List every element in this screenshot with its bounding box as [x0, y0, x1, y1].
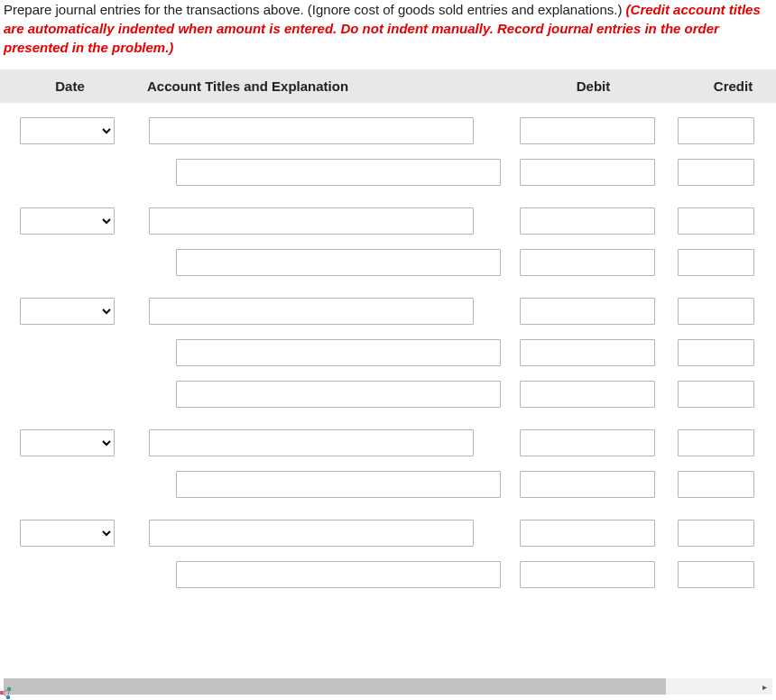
account-input[interactable]	[176, 561, 501, 588]
table-row	[0, 242, 776, 283]
table-row	[0, 373, 776, 415]
table-header-row: Date Account Titles and Explanation Debi…	[0, 69, 776, 103]
date-select[interactable]	[20, 117, 115, 144]
credit-input[interactable]	[678, 249, 754, 276]
table-row	[0, 464, 776, 505]
header-account: Account Titles and Explanation	[140, 69, 514, 103]
journal-table-wrap: Date Account Titles and Explanation Debi…	[0, 69, 776, 595]
journal-table: Date Account Titles and Explanation Debi…	[0, 69, 776, 595]
debit-input[interactable]	[520, 429, 655, 456]
credit-input[interactable]	[678, 520, 754, 547]
account-input[interactable]	[176, 159, 501, 186]
scrollbar-thumb[interactable]	[4, 678, 666, 695]
scroll-right-arrow[interactable]: ▸	[756, 678, 772, 695]
credit-input[interactable]	[678, 471, 754, 498]
credit-input[interactable]	[678, 159, 754, 186]
table-row	[0, 110, 776, 152]
table-row	[0, 152, 776, 193]
account-input[interactable]	[149, 117, 474, 144]
debit-input[interactable]	[520, 249, 655, 276]
credit-input[interactable]	[678, 207, 754, 235]
credit-input[interactable]	[678, 298, 754, 325]
date-select[interactable]	[20, 207, 115, 235]
account-input[interactable]	[176, 471, 501, 498]
account-input[interactable]	[176, 249, 501, 276]
date-select[interactable]	[20, 298, 115, 325]
account-input[interactable]	[176, 381, 501, 408]
table-row	[0, 554, 776, 595]
debit-input[interactable]	[520, 520, 655, 547]
table-row	[0, 290, 776, 332]
instruction-block: Prepare journal entries for the transact…	[0, 0, 776, 69]
debit-input[interactable]	[520, 117, 655, 144]
credit-input[interactable]	[678, 339, 754, 366]
account-input[interactable]	[149, 429, 474, 456]
credit-input[interactable]	[678, 117, 754, 144]
header-credit: Credit	[672, 69, 776, 103]
debit-input[interactable]	[520, 339, 655, 366]
account-input[interactable]	[149, 207, 474, 235]
account-input[interactable]	[149, 298, 474, 325]
table-row	[0, 332, 776, 373]
debit-input[interactable]	[520, 298, 655, 325]
debit-input[interactable]	[520, 561, 655, 588]
table-row	[0, 512, 776, 554]
horizontal-scrollbar[interactable]: ▸	[4, 678, 772, 695]
header-date: Date	[0, 69, 140, 103]
debit-input[interactable]	[520, 207, 655, 235]
credit-input[interactable]	[678, 429, 754, 456]
credit-input[interactable]	[678, 381, 754, 408]
instruction-text: Prepare journal entries for the transact…	[4, 2, 626, 17]
debit-input[interactable]	[520, 381, 655, 408]
date-select[interactable]	[20, 520, 115, 547]
debit-input[interactable]	[520, 471, 655, 498]
header-debit: Debit	[514, 69, 672, 103]
scrollbar-track[interactable]	[4, 678, 756, 695]
credit-input[interactable]	[678, 561, 754, 588]
corner-widget-icon	[0, 680, 20, 700]
date-select[interactable]	[20, 429, 115, 456]
account-input[interactable]	[176, 339, 501, 366]
table-row	[0, 200, 776, 242]
debit-input[interactable]	[520, 159, 655, 186]
account-input[interactable]	[149, 520, 474, 547]
table-row	[0, 422, 776, 464]
